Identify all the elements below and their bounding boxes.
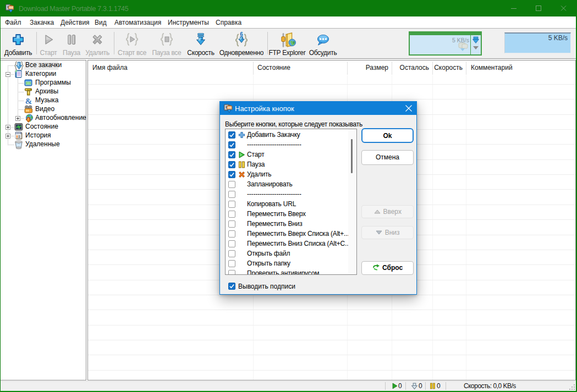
svg-text:6: 6 [240, 31, 243, 37]
svg-text:&: & [25, 97, 32, 106]
